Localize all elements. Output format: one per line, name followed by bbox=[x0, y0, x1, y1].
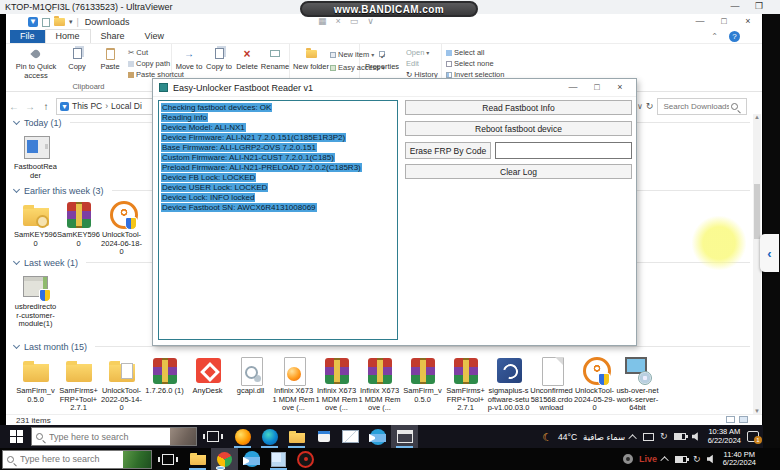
file-item[interactable]: 1.7.26.0 (1) bbox=[143, 356, 186, 396]
collapse-chevron-icon[interactable] bbox=[13, 342, 20, 349]
speaker-icon[interactable] bbox=[707, 454, 717, 464]
file-item[interactable]: usb-over-network-server-64bit bbox=[616, 356, 659, 413]
uv-minimize-button[interactable]: — bbox=[726, 0, 744, 13]
file-item[interactable]: Infinix X6731 MDM Remove (... bbox=[315, 356, 358, 413]
search-highlight-image[interactable] bbox=[170, 428, 196, 445]
file-item[interactable]: AnyDesk bbox=[186, 356, 229, 396]
search-box[interactable] bbox=[657, 98, 747, 115]
up-button[interactable]: ↑ bbox=[38, 101, 54, 112]
sync-icon[interactable]: ↻ bbox=[660, 432, 668, 441]
telegram-icon[interactable] bbox=[364, 425, 391, 448]
copy-to-button[interactable]: Copy to bbox=[204, 46, 234, 71]
host-search-bar[interactable] bbox=[2, 450, 152, 469]
scroll-up-icon[interactable]: ▲ bbox=[753, 114, 761, 120]
new-folder-icon[interactable] bbox=[54, 18, 65, 26]
address-dropdown-icon[interactable]: ∨ bbox=[637, 102, 643, 111]
copy-button[interactable]: Copy bbox=[62, 46, 92, 71]
tab-share[interactable]: Share bbox=[91, 30, 135, 43]
store-icon[interactable] bbox=[310, 425, 337, 448]
select-none-button[interactable]: Select none bbox=[446, 59, 494, 68]
live-status-icon[interactable] bbox=[623, 454, 633, 464]
file-item[interactable]: SamFirms+FRP+Tool+2.7.1 bbox=[57, 356, 100, 413]
temperature[interactable]: 44°C bbox=[558, 432, 577, 442]
log-output[interactable]: Checking fastboot devices: OKReading inf… bbox=[158, 100, 398, 340]
dialog-maximize-button[interactable]: □ bbox=[586, 81, 608, 95]
dialog-titlebar[interactable]: Easy-Unlocker Fastboot Reader v1 — □ × bbox=[153, 79, 636, 97]
appwin-icon[interactable] bbox=[391, 425, 418, 448]
file-item[interactable]: UnlockTool-2024-06-18-0 bbox=[100, 200, 143, 257]
refresh-icon[interactable]: ↻ bbox=[646, 101, 654, 111]
forward-button[interactable]: → bbox=[22, 101, 38, 112]
start-button-icon[interactable] bbox=[10, 430, 23, 443]
back-button[interactable]: ← bbox=[6, 101, 22, 112]
properties-icon[interactable] bbox=[42, 18, 50, 27]
collapse-chevron-icon[interactable] bbox=[13, 118, 20, 125]
rename-button[interactable]: Rename bbox=[260, 46, 290, 71]
delete-button[interactable]: × Delete bbox=[234, 46, 260, 71]
explorer-icon[interactable] bbox=[184, 448, 211, 470]
properties-button[interactable]: ✓ Properties bbox=[362, 46, 402, 71]
uv-close-icon[interactable]: × bbox=[336, 16, 341, 26]
file-item[interactable]: SamKEY5960 bbox=[14, 200, 57, 248]
remote-search-bar[interactable] bbox=[31, 427, 197, 446]
notes-icon[interactable] bbox=[265, 448, 292, 470]
notification-center-icon[interactable]: 1 bbox=[747, 431, 759, 442]
mail-icon[interactable] bbox=[337, 425, 364, 448]
uv-chevron-icon[interactable]: ∨ bbox=[367, 16, 374, 26]
file-item[interactable]: SamFirm_v0.5.0 bbox=[401, 356, 444, 404]
collapse-chevron-icon[interactable] bbox=[13, 258, 20, 265]
battery-icon[interactable] bbox=[675, 456, 687, 463]
qat-customize-chevron-icon[interactable]: ▾ bbox=[69, 18, 73, 26]
read-fastboot-info-button[interactable]: Read Fastboot Info bbox=[405, 100, 632, 115]
edge-icon[interactable] bbox=[256, 425, 283, 448]
details-view-icon[interactable] bbox=[726, 416, 735, 423]
file-item[interactable]: FastbootReader bbox=[14, 132, 57, 180]
reboot-fastboot-device-button[interactable]: Reboot fastboot device bbox=[405, 121, 632, 136]
explorer-maximize-button[interactable]: □ bbox=[714, 15, 734, 29]
chrome-icon[interactable] bbox=[211, 448, 238, 470]
select-all-button[interactable]: Select all bbox=[446, 48, 484, 57]
new-folder-button[interactable]: New folder bbox=[292, 46, 330, 71]
pin-to-quick-access-button[interactable]: Pin to Quick access bbox=[12, 46, 60, 80]
telegram-icon[interactable] bbox=[238, 448, 265, 470]
file-item[interactable]: SamFirm_v0.5.0 bbox=[14, 356, 57, 404]
host-clock[interactable]: 11:40 PM 6/22/2024 bbox=[723, 451, 756, 468]
sync-icon[interactable]: ↻ bbox=[693, 455, 701, 464]
bandicam-icon[interactable] bbox=[292, 448, 319, 470]
move-to-button[interactable]: → Move to bbox=[174, 46, 204, 71]
tab-file[interactable]: File bbox=[10, 30, 45, 43]
breadcrumb-this-pc[interactable]: This PC bbox=[72, 101, 102, 111]
tray-expand-icon[interactable] bbox=[660, 456, 668, 464]
ribbon-collapse-icon[interactable]: ⌃ bbox=[711, 32, 718, 41]
ultraviewer-side-tab[interactable]: ‹ bbox=[760, 234, 779, 272]
file-item[interactable]: UnlockTool-2024-05-29-0 bbox=[573, 356, 616, 413]
tab-home[interactable]: Home bbox=[45, 29, 91, 43]
copy-path-button[interactable]: Copy path bbox=[128, 59, 170, 68]
task-view-icon[interactable] bbox=[162, 454, 174, 465]
scrollbar-thumb[interactable] bbox=[754, 184, 760, 239]
file-item[interactable]: gcapi.dll bbox=[229, 356, 272, 396]
explorer-icon[interactable] bbox=[283, 425, 310, 448]
file-item[interactable]: SamFirms+FRP+Tool+2.7.1 bbox=[444, 356, 487, 413]
file-item[interactable]: Unconfirmed 581568.crdownload bbox=[530, 356, 573, 413]
thumbnail-view-icon[interactable] bbox=[739, 416, 748, 423]
file-item[interactable]: Infinix X6731 MDM Remove (... bbox=[272, 356, 315, 413]
open-button[interactable]: Open▾ bbox=[406, 48, 429, 57]
network-icon[interactable] bbox=[643, 433, 654, 441]
file-item[interactable]: UnlockTool-2022-05-14-0 bbox=[100, 356, 143, 413]
uv-grid-icon[interactable]: ▦ bbox=[318, 16, 327, 26]
remote-search-input[interactable] bbox=[47, 431, 152, 443]
search-highlight-image[interactable] bbox=[123, 451, 151, 468]
erase-frp-button[interactable]: Erase FRP By Code bbox=[405, 142, 491, 159]
file-item[interactable]: Infinix X6731 MDM Remove (... bbox=[358, 356, 401, 413]
dialog-close-button[interactable]: × bbox=[609, 81, 631, 95]
breadcrumb-local-disk[interactable]: Local Di bbox=[111, 101, 142, 111]
uv-monitor-icon[interactable]: ▭ bbox=[350, 16, 359, 26]
task-view-icon[interactable] bbox=[207, 431, 219, 442]
remote-clock[interactable]: 10:38 AM 6/22/2024 bbox=[708, 428, 741, 445]
cut-button[interactable]: ✂Cut bbox=[128, 48, 148, 57]
explorer-close-button[interactable]: × bbox=[738, 15, 758, 29]
host-search-input[interactable] bbox=[18, 453, 123, 465]
explorer-minimize-button[interactable]: — bbox=[690, 15, 710, 29]
collapse-chevron-icon[interactable] bbox=[13, 186, 20, 193]
